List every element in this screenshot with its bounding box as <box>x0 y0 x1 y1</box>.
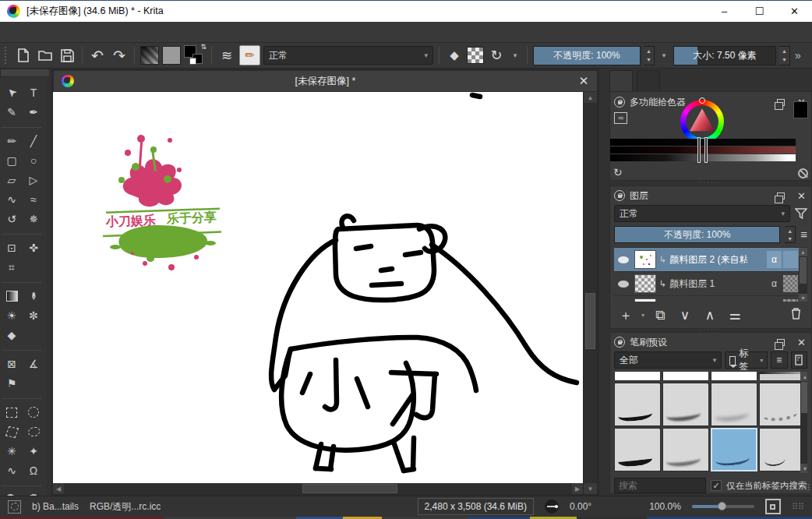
magnetic-select-tool[interactable]: Ω <box>23 461 44 480</box>
preset-paint-details[interactable] <box>662 428 709 471</box>
layer-options-menu-icon[interactable]: ≡ <box>800 231 807 238</box>
polyline-tool[interactable]: ▷ <box>23 171 44 189</box>
save-button[interactable] <box>58 46 76 65</box>
dynamic-brush-tool[interactable]: ↺ <box>2 210 22 228</box>
freehand-select-tool[interactable] <box>23 422 44 441</box>
bar-marker[interactable] <box>697 137 701 163</box>
refresh-colors-icon[interactable]: ↻ <box>613 166 623 178</box>
item[interactable] <box>2 277 42 283</box>
similar-color-select-tool[interactable]: ✳ <box>2 442 22 461</box>
elliptical-select-tool[interactable] <box>23 403 44 422</box>
layer-blend-mode-dropdown[interactable]: 正常 ▾ <box>614 205 790 222</box>
visibility-eye-icon[interactable] <box>618 256 629 263</box>
polygonal-select-tool[interactable] <box>2 422 22 441</box>
canvas[interactable]: 小刀娱乐 乐于分享 <box>53 92 583 483</box>
toolbar-grip[interactable] <box>5 47 9 64</box>
minimize-button[interactable]: – <box>707 1 742 22</box>
scroll-down-icon[interactable]: ▼ <box>800 464 807 473</box>
zoom-slider[interactable] <box>692 505 754 508</box>
float-panel-icon[interactable] <box>777 99 785 106</box>
layer-opacity-spinners[interactable]: ▲▼ <box>785 226 796 243</box>
menu-视图(V)[interactable] <box>37 29 51 35</box>
move-tool[interactable]: ✜ <box>23 238 44 257</box>
crop-tool[interactable]: ⌗ <box>2 258 22 277</box>
preset-ink-ballpen[interactable] <box>614 383 661 426</box>
color-wheel[interactable] <box>680 100 724 143</box>
close-panel-icon[interactable]: ✕ <box>797 190 806 202</box>
maximize-button[interactable]: ☐ <box>742 1 777 22</box>
item[interactable] <box>2 394 42 399</box>
item[interactable] <box>2 229 42 235</box>
horizontal-scroll-thumb[interactable] <box>302 484 397 493</box>
layer-thumbnail[interactable] <box>634 298 656 302</box>
toolbar-overflow-button[interactable]: » <box>795 49 801 62</box>
item[interactable] <box>2 345 42 351</box>
brush-editor-button[interactable]: ✏ <box>239 45 260 65</box>
inherit-alpha-icon[interactable] <box>783 299 798 302</box>
lightness-bar[interactable] <box>610 154 796 161</box>
rectangle-tool[interactable]: ▢ <box>2 151 22 170</box>
no-color-icon[interactable] <box>798 168 808 178</box>
reload-preset-button[interactable]: ↻ <box>487 46 506 65</box>
reference-images-tool[interactable]: ⚑ <box>2 374 22 393</box>
alpha-channel-icon[interactable]: α <box>767 275 782 292</box>
layer-list-scrollbar[interactable]: ▲ ▼ <box>799 248 807 302</box>
toolbox-drag-handle[interactable] <box>0 69 50 77</box>
preset-watercolor[interactable] <box>711 428 757 471</box>
inherit-alpha-icon[interactable] <box>783 251 798 268</box>
line-tool[interactable]: ╱ <box>23 132 44 150</box>
document-subwindow-titlebar[interactable]: [未保存图像] * ✕ <box>53 70 598 92</box>
alpha-channel-icon[interactable]: α <box>767 251 782 268</box>
bezier-curve-tool[interactable]: ∿ <box>2 190 22 209</box>
vertical-scroll-thumb[interactable] <box>585 293 595 349</box>
menu-帮助(H)[interactable] <box>162 29 176 35</box>
move-layer-up-button[interactable]: ∧ <box>698 307 722 323</box>
dock-tab-工具选项[interactable] <box>637 70 660 91</box>
preset-ink-brush[interactable] <box>662 383 709 426</box>
scroll-right-icon[interactable]: ▶ <box>572 483 583 494</box>
preserve-alpha-button[interactable] <box>467 47 484 64</box>
search-scope-checkbox[interactable]: ✓ <box>711 480 722 491</box>
preset-filter-dropdown[interactable]: 全部 ▾ <box>614 351 722 369</box>
scroll-thumb[interactable] <box>801 382 807 413</box>
scroll-left-icon[interactable]: ◀ <box>53 483 64 494</box>
canvas-vertical-scrollbar[interactable]: ▲ ▼ <box>583 92 596 494</box>
tag-button[interactable]: 标签 ▾ <box>725 351 768 369</box>
color-sampler-tool[interactable]: ✒ <box>24 286 43 306</box>
calligraphy-tool[interactable]: ✒ <box>23 103 44 122</box>
transform-tool[interactable]: ⊡ <box>2 238 22 257</box>
resize-grip[interactable]: ⠿⠿ <box>798 483 810 493</box>
preset-eraser-circle[interactable] <box>614 372 661 381</box>
inherit-alpha-icon[interactable] <box>783 275 798 292</box>
visibility-eye-icon[interactable] <box>618 281 629 288</box>
gradient-chooser[interactable] <box>140 46 159 65</box>
zoom-slider-knob[interactable] <box>718 502 726 510</box>
float-panel-icon[interactable] <box>777 192 785 199</box>
menu-窗口(W)[interactable] <box>147 29 161 35</box>
preset-view-menu-button[interactable]: ≡ <box>771 351 787 369</box>
alpha-channel-icon[interactable]: α <box>767 299 782 302</box>
layer-properties-button[interactable]: ⚌ <box>723 307 747 323</box>
freehand-brush-tool[interactable]: ✏ <box>2 132 22 150</box>
bezier-select-tool[interactable]: ∿ <box>2 461 22 480</box>
close-button[interactable]: ✕ <box>777 1 812 22</box>
opacity-slider[interactable]: 不透明度: 100% <box>533 46 641 65</box>
menu-设置(N)[interactable] <box>131 29 145 35</box>
docker-lock-icon[interactable] <box>614 337 625 348</box>
blending-mode-dropdown[interactable]: 正常 ▾ <box>263 46 433 65</box>
brush-option-slider-icon[interactable]: ≋ <box>217 46 236 65</box>
polygon-tool[interactable]: ▱ <box>2 171 22 189</box>
scroll-up-icon[interactable]: ▲ <box>800 372 807 381</box>
pattern-chooser[interactable] <box>162 46 181 65</box>
add-layer-button[interactable]: ＋ <box>614 306 637 324</box>
freehand-path-tool[interactable]: ≈ <box>23 190 44 209</box>
menu-编辑(E)[interactable] <box>22 29 36 35</box>
foreground-background-colors[interactable]: ⇅ <box>184 45 206 65</box>
preset-airbrush-soft[interactable] <box>759 372 806 381</box>
scroll-down-icon[interactable]: ▼ <box>584 483 597 494</box>
layer-row-颜料图层 2 (来自粘贴)[interactable]: ↳ 颜料图层 2 (来自粘贴) α <box>614 248 807 272</box>
canvas-horizontal-scrollbar[interactable]: ◀ ▶ <box>53 483 583 494</box>
open-document-button[interactable] <box>36 46 55 65</box>
ellipse-tool[interactable]: ○ <box>23 151 44 170</box>
opacity-spinners[interactable]: ▲▼ <box>644 46 655 65</box>
